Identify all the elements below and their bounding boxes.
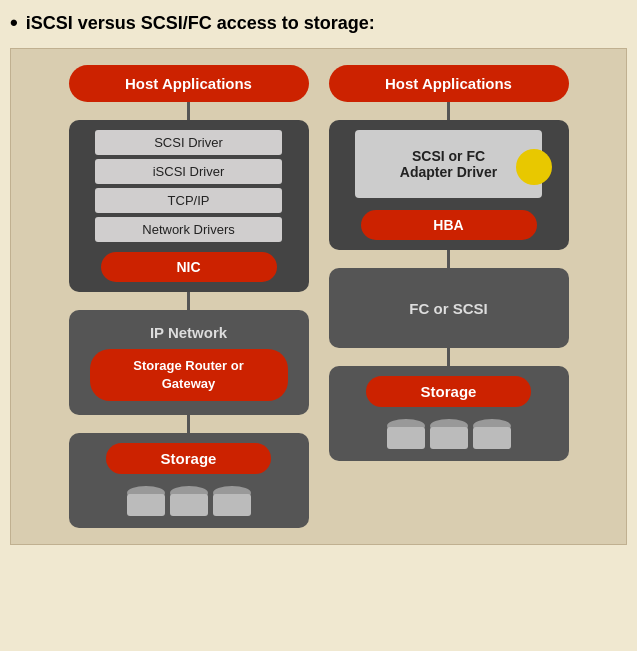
connector-2 — [187, 292, 190, 310]
stack-tcpip: TCP/IP — [95, 188, 282, 213]
diagram-area: Host Applications SCSI Driver iSCSI Driv… — [10, 48, 627, 545]
right-connector-3 — [447, 348, 450, 366]
title-row: • iSCSI versus SCSI/FC access to storage… — [10, 10, 627, 36]
right-connector-2 — [447, 250, 450, 268]
right-storage-label: Storage — [366, 376, 531, 407]
left-cylinders — [127, 486, 251, 516]
yellow-indicator — [516, 149, 552, 185]
left-dark-box: SCSI Driver iSCSI Driver TCP/IP Network … — [69, 120, 309, 292]
left-mid-sub-pill: Storage Router orGateway — [90, 349, 288, 401]
left-column: Host Applications SCSI Driver iSCSI Driv… — [69, 65, 309, 528]
left-nic-pill: NIC — [101, 252, 277, 282]
adapter-driver-box: SCSI or FCAdapter Driver — [355, 130, 542, 198]
right-connector-1 — [447, 102, 450, 120]
left-mid-box: IP Network Storage Router orGateway — [69, 310, 309, 415]
bullet-icon: • — [10, 10, 18, 36]
right-column: Host Applications SCSI or FCAdapter Driv… — [329, 65, 569, 528]
right-cylinder-1 — [387, 419, 425, 449]
cylinder-2 — [170, 486, 208, 516]
connector-3 — [187, 415, 190, 433]
right-host-app: Host Applications — [329, 65, 569, 102]
page-title: iSCSI versus SCSI/FC access to storage: — [26, 13, 375, 34]
stack-network-drivers: Network Drivers — [95, 217, 282, 242]
stack-iscsi-driver: iSCSI Driver — [95, 159, 282, 184]
left-storage-label: Storage — [106, 443, 271, 474]
right-storage-box: Storage — [329, 366, 569, 461]
right-dark-box: SCSI or FCAdapter Driver HBA — [329, 120, 569, 250]
right-cylinders — [387, 419, 511, 449]
right-mid-label: FC or SCSI — [409, 300, 487, 317]
left-host-app: Host Applications — [69, 65, 309, 102]
right-cylinder-2 — [430, 419, 468, 449]
stack-scsi-driver: SCSI Driver — [95, 130, 282, 155]
left-storage-box: Storage — [69, 433, 309, 528]
adapter-driver-wrapper: SCSI or FCAdapter Driver — [355, 130, 542, 204]
right-cylinder-3 — [473, 419, 511, 449]
left-mid-label: IP Network — [150, 324, 227, 341]
right-mid-box: FC or SCSI — [329, 268, 569, 348]
connector-1 — [187, 102, 190, 120]
right-hba-pill: HBA — [361, 210, 537, 240]
cylinder-3 — [213, 486, 251, 516]
cylinder-1 — [127, 486, 165, 516]
